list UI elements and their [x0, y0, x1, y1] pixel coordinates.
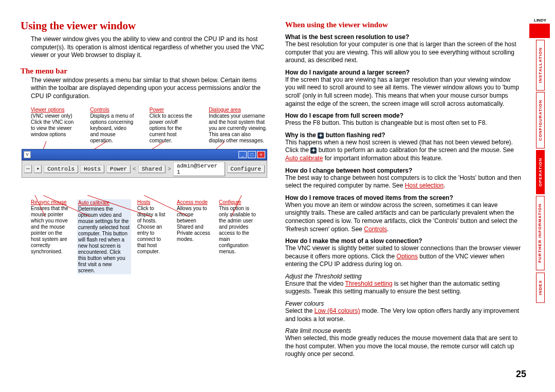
- annot-configure-title: Configure: [219, 199, 241, 205]
- plus-icon: ✦: [318, 133, 324, 139]
- resync-mouse-icon[interactable]: ↔: [24, 165, 32, 173]
- annot-autocal-desc: Determines the optimum video and mouse s…: [78, 206, 130, 273]
- low-colours-link[interactable]: Low (64 colours): [314, 307, 360, 314]
- nav-index[interactable]: INDEX: [536, 272, 545, 303]
- sub3-heading: Rate limit mouse events: [285, 327, 522, 334]
- annot-resync-desc: Ensures that the mouse pointer which you…: [31, 206, 68, 254]
- sub2-heading: Fewer colours: [285, 300, 522, 307]
- annot-dialogue-desc: Indicates your username and the host sys…: [209, 113, 267, 143]
- toolbar-screenshot: V _ □ × ↔ ✦ Controls Hosts Power < Share…: [22, 149, 267, 178]
- annot-viewer-options-desc: (VNC viewer only) Click the VNC icon to …: [31, 113, 73, 137]
- admin-server-label: admin@Server 1: [173, 162, 225, 176]
- annot-controls-title: Controls: [90, 107, 109, 113]
- hosts-button[interactable]: Hosts: [80, 165, 104, 173]
- brand-logo: LINDY: [529, 18, 551, 38]
- annot-access-title: Access mode: [177, 199, 208, 205]
- annot-viewer-options-title: Viewer options: [31, 107, 64, 113]
- annot-resync-title: Re-sync mouse: [31, 199, 66, 205]
- a4: This happens when a new host screen is v…: [285, 139, 522, 163]
- annot-power-title: Power: [150, 107, 164, 113]
- annotation-top-row: Viewer options(VNC viewer only) Click th…: [21, 107, 267, 144]
- annot-dialogue-title: Dialogue area: [209, 107, 240, 113]
- vnc-icon: V: [24, 151, 31, 158]
- annot-hosts-title: Hosts: [137, 199, 151, 205]
- brand-square-icon: [529, 24, 550, 38]
- controls-button[interactable]: Controls: [44, 165, 78, 173]
- sep-right-icon: >: [168, 166, 171, 172]
- annot-hosts-desc: Click to display a list of hosts. Choose…: [137, 206, 165, 254]
- threshold-link[interactable]: Threshold setting: [345, 280, 393, 287]
- annot-power-desc: Click to access the power on/off options…: [150, 113, 192, 143]
- side-navigation: LINDY INSTALLATION CONFIGURATION OPERATI…: [529, 18, 551, 303]
- annot-access-desc: Allows you to choose between Shared and …: [177, 206, 210, 242]
- window-titlebar: V _ □ ×: [22, 149, 267, 160]
- sub3-text: When selected, this mode greatly reduces…: [285, 334, 522, 359]
- power-button[interactable]: Power: [106, 165, 131, 173]
- a7: The VNC viewer is slightly better suited…: [285, 245, 522, 269]
- options-link[interactable]: Options: [397, 253, 418, 260]
- nav-operation[interactable]: OPERATION: [536, 150, 545, 194]
- auto-calibrate-link[interactable]: Auto calibrate: [285, 155, 323, 162]
- menu-bar: ↔ ✦ Controls Hosts Power < Shared > admi…: [22, 160, 267, 178]
- right-title: When using the viewer window: [285, 21, 522, 29]
- nav-further-info[interactable]: FURTHER INFORMATION: [536, 196, 545, 270]
- q2: How do I navigate around a larger screen…: [285, 69, 522, 76]
- sub1-text: Ensure that the video Threshold setting …: [285, 280, 522, 296]
- auto-calibrate-icon[interactable]: ✦: [34, 165, 42, 173]
- a5: The best way to change between host comp…: [285, 174, 522, 190]
- a1: The best resolution for your computer is…: [285, 41, 522, 65]
- shared-label[interactable]: Shared: [138, 165, 166, 173]
- annot-controls-desc: Displays a menu of options concerning ke…: [90, 113, 134, 143]
- host-selection-link[interactable]: Host selection: [405, 182, 443, 189]
- q4: Why is the ✦ button flashing red?: [285, 132, 522, 139]
- a2: If the screen that you are viewing has a…: [285, 76, 522, 108]
- nav-installation[interactable]: INSTALLATION: [536, 40, 545, 90]
- q6: How do I remove traces of moved items fr…: [285, 194, 522, 201]
- intro-text: The viewer window gives you the ability …: [31, 35, 267, 60]
- menubar-heading: The menu bar: [21, 67, 267, 76]
- sub2-text: Select the Low (64 colours) mode. The Ve…: [285, 307, 522, 323]
- sep-left-icon: <: [133, 166, 136, 172]
- annot-autocal-title: Auto calibrate: [78, 200, 109, 206]
- q3: How do I escape from full screen mode?: [285, 112, 522, 119]
- page-title: Using the viewer window: [21, 20, 267, 32]
- plus-icon-2: ✦: [310, 147, 317, 154]
- menubar-text: The viewer window presents a menu bar si…: [31, 77, 267, 101]
- annotation-bottom-row: Re-sync mouseEnsures that the mouse poin…: [21, 199, 267, 274]
- annot-configure-desc: This option is only available to the adm…: [219, 206, 256, 254]
- minimize-icon: _: [238, 151, 247, 158]
- page-number: 25: [516, 369, 526, 380]
- q1: What is the best screen resolution to us…: [285, 33, 522, 41]
- sub1-heading: Adjust the Threshold setting: [285, 273, 522, 280]
- nav-configuration[interactable]: CONFIGURATION: [536, 92, 545, 148]
- controls-link[interactable]: Controls: [364, 226, 387, 233]
- close-icon: ×: [257, 151, 265, 158]
- q5: How do I change between host computers?: [285, 167, 522, 174]
- a6: When you move an item or window across t…: [285, 201, 522, 233]
- a3: Press the F8 button. This button is chan…: [285, 119, 522, 127]
- q7: How do I make the most of a slow connect…: [285, 237, 522, 245]
- configure-button[interactable]: Configure: [227, 165, 265, 173]
- maximize-icon: □: [248, 151, 256, 158]
